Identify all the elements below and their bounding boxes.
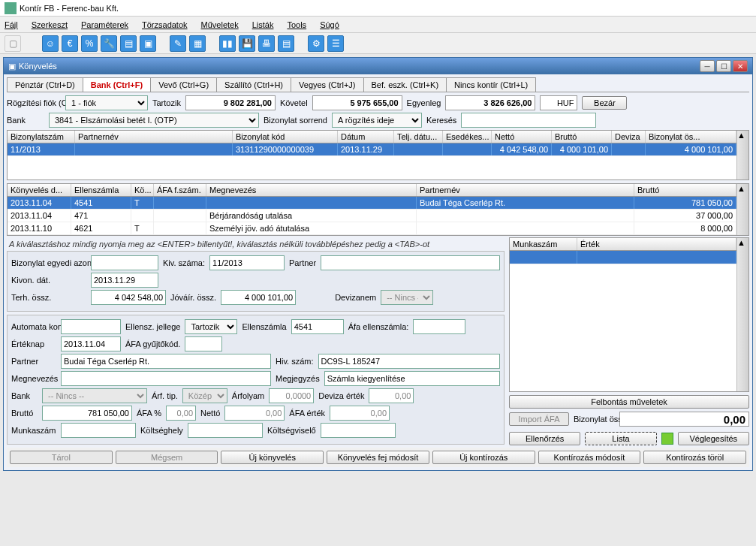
tarol-button[interactable]: Tárol [10,451,113,464]
g2h2[interactable]: Kö... [131,184,154,196]
kivon-dat-input[interactable] [91,273,158,288]
ellenorzes-button[interactable]: Ellenőrzés [509,432,580,445]
afa-gyujto-input[interactable] [185,336,222,351]
toolbar-cal-icon[interactable]: ▤ [278,35,294,52]
table-row[interactable]: 11/2013 31311290000000039 2013.11.29 4 0… [8,143,736,156]
uj-konyveles-button[interactable]: Új könyvelés [221,451,324,464]
grid1-scrollbar[interactable]: ▲ [736,131,748,179]
toolbar-chart-icon[interactable]: ▮▮ [219,35,236,52]
kontirozas-modosit-button[interactable]: Kontírozás módosít [538,451,641,464]
g2h3[interactable]: ÁFA f.szám. [154,184,206,196]
toolbar-list-icon[interactable]: ☰ [327,35,344,52]
koltsegviselo-input[interactable] [321,423,396,438]
afapct-input[interactable] [166,406,196,421]
menu-master[interactable]: Törzsadatok [142,20,188,29]
g1h5[interactable]: Esedékes... [443,131,492,143]
g1h6[interactable]: Nettó [492,131,552,143]
bank2-select[interactable]: -- Nincs -- [42,388,147,403]
toolbar-gear-icon[interactable]: ⚙ [308,35,324,52]
toolbar-save-icon[interactable]: 💾 [239,35,255,52]
partner-input[interactable] [321,255,500,270]
terh-input[interactable] [91,290,166,305]
g1h4[interactable]: Telj. dátu... [394,131,443,143]
g1h1[interactable]: Partnernév [75,131,233,143]
table-row[interactable]: 2013.11.10 4621 T Személyi jöv. adó átut… [8,222,736,235]
erteknap-input[interactable] [61,336,121,351]
toolbar-new-icon[interactable]: ▢ [5,35,21,52]
munka-scrollbar[interactable]: ▲ [736,238,748,391]
g1h0[interactable]: Bizonylatszám [8,131,75,143]
menu-tools[interactable]: Tools [287,20,306,29]
toolbar-edit-icon[interactable]: ✎ [170,35,186,52]
g1h9[interactable]: Bizonylat ös... [646,131,736,143]
tab-bank[interactable]: Bank (Ctrl+F) [83,77,151,92]
munka-h1[interactable]: Érték [577,238,736,250]
tab-penztar[interactable]: Pénztár (Ctrl+D) [7,77,83,92]
toolbar-euro-icon[interactable]: € [62,35,78,52]
tab-vegyes[interactable]: Vegyes (Ctrl+J) [291,77,364,92]
felbontas-button[interactable]: Felbontás műveletek [509,395,749,409]
toolbar-book-icon[interactable]: ▣ [140,35,156,52]
koltseghely-input[interactable] [188,423,263,438]
menu-help[interactable]: Súgó [320,20,339,29]
deviza-ertek-input[interactable] [369,388,414,403]
hivszam-input[interactable] [318,354,500,369]
automata-input[interactable] [61,319,121,334]
excel-icon[interactable] [661,433,673,445]
konyveles-fej-button[interactable]: Könyvelés fej módosít [327,451,429,464]
arfolyam-input[interactable] [269,388,314,403]
kiv-szama-input[interactable] [209,255,285,270]
g2h4[interactable]: Megnevezés [206,184,417,196]
uj-kontirozas-button[interactable]: Új kontírozás [432,451,535,464]
menu-params[interactable]: Paraméterek [81,20,128,29]
import-afa-button[interactable]: Import ÁFA [509,412,569,426]
close-button[interactable]: ✕ [733,60,748,72]
menu-lists[interactable]: Listák [252,20,274,29]
munkaszam-input[interactable] [61,423,136,438]
g2h5[interactable]: Partnernév [417,184,634,196]
maximize-button[interactable]: ☐ [716,60,731,72]
g1h3[interactable]: Dátum [338,131,394,143]
megjegy-input[interactable] [324,371,500,386]
megnev-input[interactable] [61,371,271,386]
g2h0[interactable]: Könyvelés d... [8,184,71,196]
afaertek-input[interactable] [330,406,390,421]
ellensz-jel-select[interactable]: Tartozik [185,319,237,334]
jova-input[interactable] [221,290,296,305]
toolbar-wrench-icon[interactable]: 🔧 [101,35,117,52]
tab-szallito[interactable]: Szállító (Ctrl+H) [216,77,291,92]
kontirozas-torol-button[interactable]: Kontírozás töröl [643,451,746,464]
menu-edit[interactable]: Szerkeszt [32,20,68,29]
toolbar-user-icon[interactable]: ☺ [42,35,59,52]
g2h1[interactable]: Ellenszámla [71,184,131,196]
kereses-input[interactable] [461,113,596,128]
bezar-button[interactable]: Bezár [582,96,627,110]
vegleg-button[interactable]: Véglegesítés [678,432,749,445]
ellenszamla-input[interactable] [291,319,344,334]
devizanem-select[interactable]: -- Nincs -- [381,290,433,305]
grid2-scrollbar[interactable]: ▲ [736,184,748,235]
tab-vevo[interactable]: Vevő (Ctrl+G) [150,77,217,92]
g1h8[interactable]: Deviza [612,131,646,143]
minimize-button[interactable]: ─ [700,60,715,72]
toolbar-calc-icon[interactable]: ▦ [189,35,206,52]
lista-button[interactable]: Lista [585,432,656,445]
munka-h0[interactable]: Munkaszám [510,238,577,250]
table-row[interactable]: 2013.11.04 4541 T Budai Téga Cserlép Rt.… [8,197,736,210]
g1h7[interactable]: Bruttó [552,131,612,143]
g1h2[interactable]: Bizonylat kód [233,131,338,143]
netto-input[interactable] [224,406,285,421]
megsem-button[interactable]: Mégsem [116,451,218,464]
g2h6[interactable]: Bruttó [634,184,736,196]
rogz-fiok-select[interactable]: 1 - fiók [65,95,148,110]
toolbar-print-icon[interactable]: 🖶 [258,35,275,52]
menu-file[interactable]: Fájl [5,20,18,29]
brutto-input[interactable] [42,406,132,421]
table-row[interactable] [510,251,736,264]
arftip-select[interactable]: Közép [182,388,227,403]
table-row[interactable]: 2013.11.04 471 Bérjárandóság utalása 37 … [8,210,736,222]
tab-befeszkoz[interactable]: Bef. eszk. (Ctrl+K) [363,77,447,92]
tab-nincskontir[interactable]: Nincs kontír (Ctrl+L) [446,77,536,92]
menu-ops[interactable]: Műveletek [201,20,239,29]
partner2-input[interactable] [61,354,271,369]
